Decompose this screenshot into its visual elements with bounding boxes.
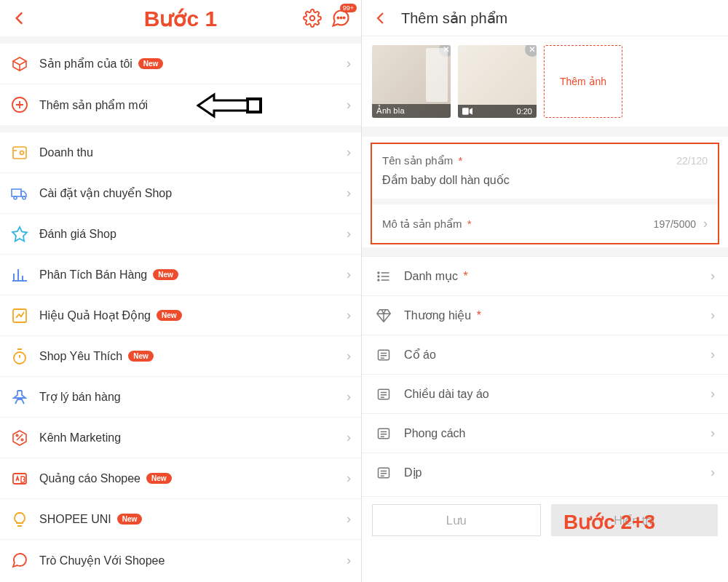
seller-menu-panel: Bước 1 99+ Sản phẩm của tôiNew›Thêm sản … [0, 0, 362, 582]
chat-badge: 99+ [340, 4, 357, 12]
note-icon [375, 348, 392, 362]
percent-icon [10, 428, 29, 447]
new-badge: New [146, 473, 172, 484]
chevron-right-icon: › [711, 268, 715, 284]
menu-item-timer[interactable]: Shop Yêu ThíchNew› [0, 336, 361, 377]
name-counter: 22/120 [676, 155, 708, 167]
menu-item-revenue[interactable]: Doanh thu› [0, 132, 361, 173]
assist-icon [10, 388, 29, 407]
chevron-right-icon: › [711, 308, 715, 323]
video-duration: 0:20 [517, 107, 532, 116]
chevron-right-icon: › [347, 348, 351, 364]
menu-label: Trò Chuyện Với Shopee [39, 554, 165, 567]
menu-label: SHOPEE UNI [39, 513, 111, 526]
svg-point-3 [344, 17, 345, 18]
product-name-input[interactable]: Đầm baby doll hàn quốc [372, 173, 718, 199]
chat-icon [10, 551, 29, 570]
ad-icon [10, 469, 29, 488]
page-title: Thêm sản phẩm [401, 9, 507, 27]
chat-icon[interactable]: 99+ [331, 8, 351, 28]
gear-icon[interactable] [303, 9, 322, 28]
svg-point-17 [378, 276, 379, 277]
svg-point-13 [21, 439, 23, 441]
remove-video-icon[interactable]: ✕ [525, 45, 537, 57]
product-name-label: Tên sản phẩm * [382, 154, 462, 167]
bulb-icon [10, 510, 29, 529]
menu-item-box[interactable]: Sản phẩm của tôiNew› [0, 44, 361, 84]
menu-label: Kênh Marketing [39, 431, 121, 445]
video-thumb[interactable]: ✕ 0:20 [458, 45, 537, 118]
photo-row: ✕ Ảnh bìa ✕ 0:20 Thêm ảnh [362, 36, 728, 127]
menu-label: Quảng cáo Shopee [39, 471, 141, 485]
svg-point-18 [378, 279, 379, 281]
svg-point-1 [338, 17, 339, 18]
attr-label: Chiều dài tay áo [404, 387, 489, 401]
timer-icon [10, 347, 29, 366]
back-icon[interactable] [10, 9, 29, 28]
new-badge: New [157, 310, 182, 321]
revenue-icon [10, 143, 29, 162]
cover-photo-thumb[interactable]: ✕ Ảnh bìa [372, 45, 451, 118]
new-badge: New [138, 58, 164, 69]
attr-row-1[interactable]: Thương hiệu *› [362, 295, 728, 335]
attr-row-2[interactable]: Cổ áo› [362, 335, 728, 374]
menu-item-chat[interactable]: Trò Chuyện Với Shopee› [0, 540, 361, 581]
star-icon [10, 225, 29, 244]
product-description-row[interactable]: Mô tả sản phẩm * 197/5000 › [372, 204, 718, 243]
chevron-right-icon: › [347, 389, 351, 404]
menu-item-truck[interactable]: Cài đặt vận chuyển Shop› [0, 173, 361, 214]
chevron-right-icon: › [347, 511, 351, 527]
chevron-right-icon: › [347, 97, 351, 113]
note-icon [375, 426, 392, 441]
attr-row-3[interactable]: Chiều dài tay áo› [362, 374, 728, 413]
save-button[interactable]: Lưu [372, 504, 541, 536]
menu-label: Shop Yêu Thích [39, 350, 122, 363]
chevron-right-icon: › [711, 347, 715, 362]
chevron-right-icon: › [347, 553, 351, 568]
chevron-right-icon: › [347, 56, 351, 71]
note-icon [375, 387, 392, 402]
chevron-right-icon: › [347, 430, 351, 445]
chevron-right-icon: › [347, 145, 351, 160]
svg-point-6 [20, 151, 24, 154]
menu-item-plus[interactable]: Thêm sản phẩm mới› [0, 84, 361, 125]
chevron-right-icon: › [711, 426, 715, 441]
chevron-right-icon: › [347, 186, 351, 201]
menu-item-percent[interactable]: Kênh Marketing› [0, 418, 361, 458]
remove-photo-icon[interactable]: ✕ [439, 45, 451, 57]
svg-rect-7 [12, 189, 21, 196]
chevron-right-icon: › [347, 226, 351, 242]
menu-label: Thêm sản phẩm mới [39, 98, 148, 112]
arrow-annotation [197, 92, 262, 119]
menu-item-perf[interactable]: Hiệu Quả Hoạt ĐộngNew› [0, 295, 361, 336]
svg-point-12 [16, 434, 18, 436]
menu-label: Doanh thu [39, 146, 93, 159]
attr-row-4[interactable]: Phong cách› [362, 413, 728, 453]
highlighted-fields: Tên sản phẩm * 22/120 Đầm baby doll hàn … [371, 143, 719, 244]
svg-point-0 [310, 16, 315, 21]
add-photo-button[interactable]: Thêm ảnh [544, 45, 622, 118]
menu-label: Đánh giá Shop [39, 228, 116, 241]
back-icon[interactable] [372, 9, 389, 27]
truck-icon [10, 184, 29, 203]
attr-row-5[interactable]: Dịp› [362, 453, 728, 492]
step-23-annotation: Bước 2+3 [563, 510, 655, 534]
menu-item-bars[interactable]: Phân Tích Bán HàngNew› [0, 255, 361, 295]
menu-item-star[interactable]: Đánh giá Shop› [0, 214, 361, 255]
menu-label: Cài đặt vận chuyển Shop [39, 186, 172, 200]
desc-counter: 197/5000 [654, 218, 696, 230]
plus-icon [10, 95, 29, 114]
menu-item-bulb[interactable]: SHOPEE UNINew› [0, 499, 361, 540]
diamond-icon [375, 308, 392, 324]
menu-item-ad[interactable]: Quảng cáo ShopeeNew› [0, 458, 361, 499]
video-icon [462, 108, 472, 115]
bottom-buttons: Lưu Hiển thị [362, 496, 728, 536]
chevron-right-icon: › [347, 267, 351, 282]
list-icon [375, 269, 392, 284]
attr-row-0[interactable]: Danh mục *› [362, 256, 728, 295]
menu-label: Sản phẩm của tôi [39, 57, 132, 71]
menu-item-assist[interactable]: Trợ lý bán hàng› [0, 377, 361, 418]
svg-point-9 [23, 196, 25, 199]
svg-rect-15 [462, 108, 469, 114]
add-product-panel: Thêm sản phẩm ✕ Ảnh bìa ✕ 0:20 Thêm ảnh … [362, 0, 728, 582]
